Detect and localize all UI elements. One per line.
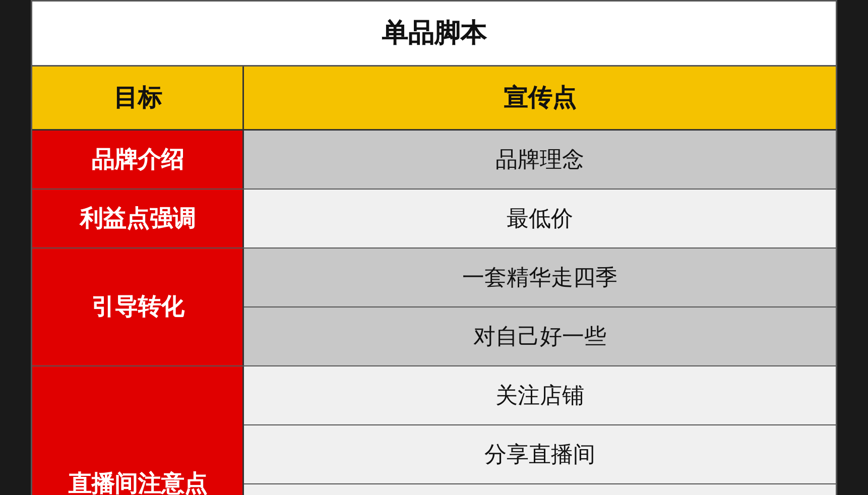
right-side-1: 最低价 [244,190,836,247]
row-group-2: 引导转化一套精华走四季对自己好一些 [32,249,836,366]
left-cell-1: 利益点强调 [32,190,244,247]
sub-row-0-0: 品牌理念 [244,131,836,189]
row-group-0: 品牌介绍品牌理念 [32,131,836,190]
right-side-2: 一套精华走四季对自己好一些 [244,249,836,365]
left-cell-3: 直播间注意点 [32,366,244,495]
header-col2: 宣传点 [244,67,836,129]
main-table: 单品脚本 目标 宣传点 品牌介绍品牌理念利益点强调最低价引导转化一套精华走四季对… [31,0,837,495]
table-body: 品牌介绍品牌理念利益点强调最低价引导转化一套精华走四季对自己好一些直播间注意点关… [32,131,836,495]
row-group-3: 直播间注意点关注店铺分享直播间点赞下单知乎 @微营销笔记 [32,366,836,495]
header-col1: 目标 [32,67,244,129]
left-cell-0: 品牌介绍 [32,131,244,189]
sub-row-2-0: 一套精华走四季 [244,249,836,307]
sub-row-2-1: 对自己好一些 [244,307,836,365]
sub-row-3-2: 点赞 [244,484,836,495]
row-group-1: 利益点强调最低价 [32,190,836,249]
right-side-3: 关注店铺分享直播间点赞下单知乎 @微营销笔记 [244,366,836,495]
table-header: 目标 宣传点 [32,67,836,131]
table-title: 单品脚本 [32,2,836,67]
sub-row-3-1: 分享直播间 [244,425,836,484]
sub-row-1-0: 最低价 [244,190,836,247]
right-side-0: 品牌理念 [244,131,836,189]
left-cell-2: 引导转化 [32,249,244,365]
sub-row-3-0: 关注店铺 [244,366,836,425]
